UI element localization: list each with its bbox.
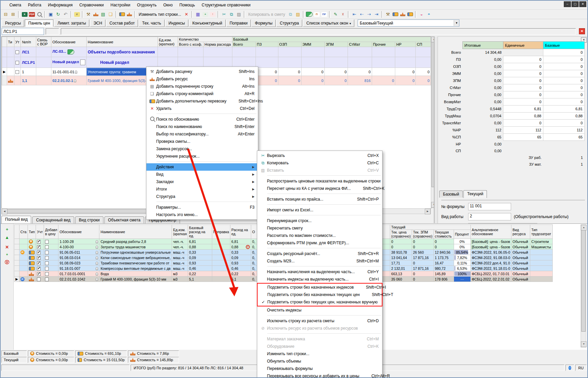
menu-item[interactable]: Вставить позиции из прайса...Shift+Ctrl+… (257, 196, 382, 203)
account-checkbox[interactable] (37, 272, 41, 276)
totals-edin-value[interactable]: 0 (503, 63, 543, 70)
indent-last-icon[interactable]: ⇥ (373, 11, 380, 18)
column-header[interactable]: Ед.изм. (краткая (172, 225, 188, 239)
menu-item[interactable]: ▤Добавить подчиненную строкуAlt+Ins (146, 83, 258, 90)
view-tab-3[interactable]: Вид строки (75, 216, 103, 223)
tab-3[interactable]: Лимит. затраты (54, 19, 89, 27)
vertical-scrollbar[interactable]: ▲▼ (581, 224, 586, 347)
renumber-icon[interactable]: # (74, 11, 80, 18)
account-checkbox[interactable] (37, 278, 41, 281)
totals-edin-value[interactable]: 0 (503, 91, 543, 98)
totals-edin-value[interactable]: 65 (503, 134, 543, 141)
pdf-export-icon[interactable]: PDF (29, 11, 35, 18)
column-header[interactable]: Процент (454, 230, 470, 239)
add-to-price-checkbox[interactable] (45, 256, 49, 260)
column-header[interactable]: Учт (36, 225, 44, 239)
add-comment-icon[interactable]: ❑ (107, 11, 114, 18)
tab-10[interactable]: Формулы (252, 19, 276, 27)
checkbox[interactable] (15, 70, 19, 74)
price-p-icon[interactable]: П (313, 11, 320, 18)
scroll-left-arrow[interactable]: ◀ (2, 209, 7, 214)
group-icon[interactable] (126, 11, 133, 18)
change-row-type-label[interactable]: Изменить тип строки... (139, 12, 181, 17)
column-header[interactable]: ОЗП (278, 42, 301, 47)
move-up-button[interactable]: ▲ (1, 235, 13, 240)
save-icon[interactable]: ▣ (47, 11, 54, 18)
copy-icon[interactable]: ⧉ (228, 11, 235, 18)
tab-1[interactable]: Ресурсы (2, 19, 24, 27)
add-to-price-checkbox[interactable] (45, 240, 49, 244)
minimize-button[interactable]: – (564, 1, 571, 7)
menubar-item-3[interactable]: Информация (45, 1, 76, 9)
totals-edin-value[interactable]: 0 (503, 77, 543, 84)
column-header[interactable]: Добавл в цену (44, 225, 58, 239)
menubar-item-6[interactable]: Отдохнуть (134, 1, 160, 9)
menu-item[interactable]: Подсветить строки без назначенных индекс… (258, 284, 382, 291)
totals-baz-value[interactable]: 0 (543, 91, 585, 98)
scroll-right-arrow[interactable]: ▶ (425, 209, 431, 214)
menu-item[interactable]: Распространить ценовые показатели на выд… (257, 177, 382, 185)
totals-baz-value[interactable]: 0 (543, 84, 585, 91)
delete-row-icon[interactable]: ✕ (183, 11, 190, 18)
menubar-item-2[interactable]: Работа (25, 1, 45, 9)
column-header[interactable]: Ед.изм. (краткая) (158, 37, 178, 47)
menu-item[interactable]: Вид▶ (146, 171, 258, 178)
totals-edin-value[interactable]: 0 (503, 98, 543, 106)
totals-baz-value[interactable]: 0 (543, 49, 585, 56)
column-header[interactable]: Текущая стоимость (434, 230, 454, 239)
menubar-item-7[interactable]: Окно (160, 1, 176, 9)
menu-item[interactable]: Действия▶ (146, 163, 258, 171)
indent-first-icon[interactable]: ⇤ (351, 11, 358, 18)
add-small-button[interactable]: + (1, 253, 13, 256)
column-header[interactable]: Расход на ед. (230, 225, 251, 239)
chevron-down-icon[interactable]: ▼ (454, 20, 459, 26)
menubar-item-9[interactable]: Структурные справочники (198, 1, 254, 9)
paste-doc-icon[interactable]: ▨ (295, 11, 301, 18)
menu-item[interactable]: Настроить это меню... (146, 211, 258, 218)
totals-edin-value[interactable]: 0,88 (503, 113, 543, 120)
menu-item[interactable]: Замена ресурсов... (146, 145, 258, 153)
menu-item[interactable]: Перевязывать все ресурсы и добавить их в… (257, 372, 382, 378)
column-header[interactable]: Тек. цена (справочно) (390, 230, 412, 239)
maximize-button[interactable]: ▢ (572, 1, 579, 7)
menubar-item-4[interactable]: Справочники (76, 1, 107, 9)
menu-item[interactable]: Выбор по классификатору...Alt+Enter (146, 130, 258, 138)
totals-baz-value[interactable]: 112 (543, 127, 585, 134)
scroll-up-arrow[interactable]: ▲ (581, 225, 587, 230)
delete-resource-button[interactable]: ✕ (1, 245, 13, 250)
paste-icon[interactable]: ▨ (235, 11, 242, 18)
exclude-v-button[interactable]: Ⓥ (1, 259, 13, 265)
column-header[interactable]: Вид ресурса (511, 225, 530, 239)
row-delete-icon[interactable]: ☓ (340, 11, 346, 18)
add-to-price-checkbox[interactable] (45, 245, 49, 249)
layers-pink-icon[interactable]: ◒ (418, 11, 425, 18)
add-to-price-checkbox[interactable] (45, 272, 49, 276)
menu-item[interactable]: Назначить индексы на выделенную часть...… (257, 276, 382, 283)
section-row[interactable]: ЛС1.Р1Новый разделНовый раздел (2, 57, 431, 68)
excel-export-icon[interactable]: X (21, 11, 28, 18)
totals-edin-value[interactable]: 0 (503, 120, 543, 127)
add-to-price-checkbox[interactable] (45, 261, 49, 265)
account-checkbox[interactable] (37, 240, 41, 244)
menu-item[interactable]: Очистить индексы (257, 306, 382, 314)
menu-item[interactable]: ❑Добавить строку-комментарийAlt+R (146, 90, 258, 97)
account-checkbox[interactable] (37, 267, 41, 270)
totals-baz-value[interactable]: 0 (543, 77, 585, 84)
menu-item[interactable]: Параметры...F3 (146, 204, 258, 211)
add-subrow-icon[interactable]: ▤ (100, 11, 106, 18)
copy-doc-icon[interactable]: ⧉ (287, 11, 294, 18)
column-header[interactable]: Норма расхода (203, 42, 232, 47)
column-header[interactable]: Обоснование (51, 37, 87, 47)
cut-icon[interactable]: ✂ (221, 11, 227, 18)
scroll-thumb[interactable] (581, 230, 586, 332)
menu-item[interactable]: Итоги▶ (146, 185, 258, 193)
account-checkbox[interactable] (37, 251, 41, 254)
totals-baz-value[interactable]: 65 (543, 134, 585, 141)
layers-blue-icon[interactable]: ◓ (425, 11, 432, 18)
menu-item[interactable]: ⧉КопироватьCtrl+C (257, 159, 382, 167)
column-header[interactable]: Текущий (390, 225, 471, 230)
close-button[interactable]: ✕ (579, 1, 586, 7)
undo-icon[interactable]: ↶ (62, 11, 69, 18)
menu-item[interactable]: Проверка сметы... (146, 138, 258, 145)
column-header[interactable]: Ста (19, 225, 28, 239)
